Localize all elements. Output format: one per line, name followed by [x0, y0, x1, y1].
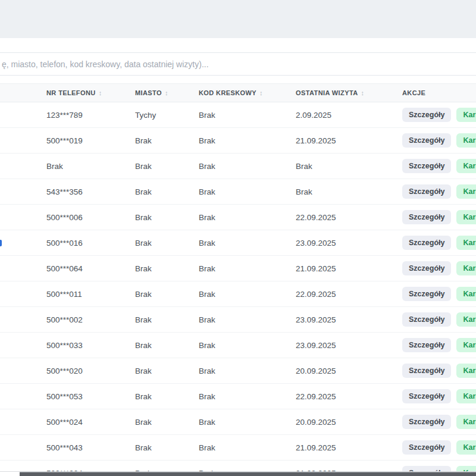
- cell-phone: 500***002: [46, 315, 135, 324]
- details-button[interactable]: Szczegóły: [402, 236, 451, 250]
- cell-last-visit: 22.09.2025: [296, 213, 402, 222]
- passes-button[interactable]: Karnety: [456, 312, 476, 327]
- passes-button[interactable]: Karnety: [456, 184, 476, 199]
- search-input[interactable]: [0, 52, 476, 76]
- cell-last-visit: 2.09.2025: [296, 111, 402, 120]
- column-header-ostatnia-wizyta[interactable]: OSTATNIA WIZYTA↕: [296, 89, 402, 96]
- truncated-first-column-cell: [0, 384, 46, 409]
- cell-barcode: Brak: [199, 367, 296, 375]
- details-button[interactable]: Szczegóły: [402, 159, 451, 173]
- clients-table: NR TELEFONU↕MIASTO↕KOD KRESKOWY↕OSTATNIA…: [0, 83, 476, 476]
- details-button[interactable]: Szczegóły: [402, 108, 451, 122]
- cell-city: Brak: [135, 315, 199, 324]
- column-label: NR TELEFONU: [46, 89, 96, 96]
- sort-icon[interactable]: ↕: [99, 89, 102, 96]
- cell-actions: SzczegółyKarnety: [402, 210, 476, 224]
- truncated-first-column-cell: [0, 281, 46, 306]
- cell-barcode: Brak: [199, 111, 296, 120]
- cell-city: Brak: [135, 418, 199, 427]
- cell-city: Brak: [135, 392, 199, 401]
- cell-last-visit: 22.09.2025: [296, 392, 402, 401]
- passes-button[interactable]: Karnety: [456, 364, 476, 378]
- table-row: 500***002BrakBrak23.09.2025SzczegółyKarn…: [0, 307, 476, 333]
- passes-button[interactable]: Karnety: [456, 415, 476, 429]
- cell-city: Brak: [135, 187, 199, 196]
- cell-phone: 543***356: [46, 187, 135, 196]
- cell-phone: 500***024: [46, 418, 135, 427]
- passes-button[interactable]: Karnety: [456, 389, 476, 403]
- details-button[interactable]: Szczegóły: [402, 133, 451, 148]
- table-row: 500***064BrakBrak21.09.2025SzczegółyKarn…: [0, 256, 476, 281]
- truncated-first-column-cell: [0, 333, 46, 358]
- cell-city: Brak: [135, 136, 199, 145]
- cell-actions: SzczegółyKarnety: [402, 184, 476, 199]
- cell-barcode: Brak: [199, 213, 296, 222]
- column-header-nr-telefonu[interactable]: NR TELEFONU↕: [46, 89, 135, 96]
- cell-last-visit: 23.09.2025: [296, 315, 402, 324]
- cell-actions: SzczegółyKarnety: [402, 312, 476, 327]
- truncated-first-column-cell: [0, 256, 46, 281]
- passes-button[interactable]: Karnety: [456, 287, 476, 301]
- truncated-link-fragment[interactable]: [0, 240, 2, 246]
- passes-button[interactable]: Karnety: [456, 236, 476, 250]
- truncated-first-column-cell: [0, 358, 46, 383]
- cell-phone: Brak: [46, 162, 135, 171]
- cell-last-visit: 21.09.2025: [296, 264, 402, 273]
- cell-barcode: Brak: [199, 341, 296, 350]
- cell-last-visit: 21.09.2025: [296, 136, 402, 145]
- details-button[interactable]: Szczegóły: [402, 210, 451, 224]
- passes-button[interactable]: Karnety: [456, 261, 476, 275]
- cell-actions: SzczegółyKarnety: [402, 287, 476, 301]
- column-header-akcje: AKCJE: [402, 89, 476, 96]
- passes-button[interactable]: Karnety: [456, 159, 476, 173]
- details-button[interactable]: Szczegóły: [402, 287, 451, 301]
- truncated-first-column-cell: [0, 230, 46, 255]
- column-header-kod-kreskowy[interactable]: KOD KRESKOWY↕: [199, 89, 296, 96]
- cell-city: Brak: [135, 213, 199, 222]
- table-row: 500***043BrakBrak21.09.2025SzczegółyKarn…: [0, 435, 476, 461]
- details-button[interactable]: Szczegóły: [402, 440, 451, 455]
- cell-barcode: Brak: [199, 187, 296, 196]
- details-button[interactable]: Szczegóły: [402, 364, 451, 378]
- details-button[interactable]: Szczegóły: [402, 338, 451, 352]
- cell-actions: SzczegółyKarnety: [402, 159, 476, 173]
- cell-barcode: Brak: [199, 418, 296, 427]
- truncated-first-column-cell: [0, 102, 46, 127]
- table-row: 500***006BrakBrak22.09.2025SzczegółyKarn…: [0, 205, 476, 230]
- passes-button[interactable]: Karnety: [456, 133, 476, 148]
- sort-icon[interactable]: ↕: [259, 89, 263, 96]
- cell-last-visit: 20.09.2025: [296, 418, 402, 427]
- sort-icon[interactable]: ↕: [165, 89, 168, 96]
- column-header-miasto[interactable]: MIASTO↕: [135, 89, 199, 96]
- table-row: 500***024BrakBrak20.09.2025SzczegółyKarn…: [0, 409, 476, 435]
- cell-barcode: Brak: [199, 443, 296, 452]
- passes-button[interactable]: Karnety: [456, 108, 476, 122]
- details-button[interactable]: Szczegóły: [402, 389, 451, 403]
- details-button[interactable]: Szczegóły: [402, 261, 451, 275]
- cell-phone: 500***016: [46, 239, 135, 248]
- column-label: KOD KRESKOWY: [199, 89, 256, 96]
- passes-button[interactable]: Karnety: [456, 210, 476, 224]
- column-label: MIASTO: [135, 89, 162, 96]
- cell-barcode: Brak: [199, 290, 296, 299]
- cell-phone: 500***019: [46, 136, 135, 145]
- cell-barcode: Brak: [199, 315, 296, 324]
- cell-actions: SzczegółyKarnety: [402, 364, 476, 378]
- cell-actions: SzczegółyKarnety: [402, 133, 476, 148]
- cell-barcode: Brak: [199, 264, 296, 273]
- details-button[interactable]: Szczegóły: [402, 415, 451, 429]
- details-button[interactable]: Szczegóły: [402, 312, 451, 327]
- cell-city: Brak: [135, 290, 199, 299]
- cell-last-visit: Brak: [296, 187, 402, 196]
- table-row: 500***053BrakBrak22.09.2025SzczegółyKarn…: [0, 384, 476, 409]
- cell-city: Brak: [135, 264, 199, 273]
- truncated-first-column-cell: [0, 154, 46, 178]
- cell-last-visit: 22.09.2025: [296, 290, 402, 299]
- passes-button[interactable]: Karnety: [456, 338, 476, 352]
- details-button[interactable]: Szczegóły: [402, 184, 451, 199]
- cell-last-visit: 20.09.2025: [296, 367, 402, 375]
- sort-icon[interactable]: ↕: [361, 89, 365, 96]
- table-row: 500***011BrakBrak22.09.2025SzczegółyKarn…: [0, 281, 476, 307]
- passes-button[interactable]: Karnety: [456, 440, 476, 455]
- truncated-first-column-cell: [0, 128, 46, 153]
